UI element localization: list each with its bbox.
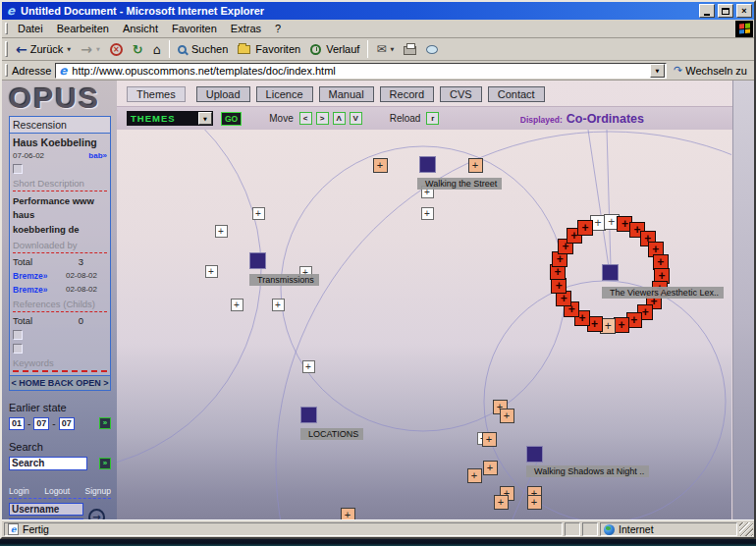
reference-checkbox[interactable] <box>13 344 23 354</box>
go-button[interactable]: GO <box>221 112 242 126</box>
mail-button[interactable] <box>371 39 399 59</box>
ring-plus-marker[interactable]: + <box>577 220 593 236</box>
refresh-button[interactable] <box>128 39 148 59</box>
move-down-button[interactable]: V <box>350 112 362 125</box>
back-dropdown-icon[interactable] <box>67 46 71 52</box>
tab-licence[interactable]: Licence <box>256 86 313 102</box>
tab-record[interactable]: Record <box>380 86 434 102</box>
map-node[interactable] <box>419 156 436 173</box>
maximize-button[interactable] <box>718 4 733 18</box>
map-node[interactable] <box>602 264 619 281</box>
plus-marker-white[interactable]: + <box>215 225 228 238</box>
forward-dropdown-icon[interactable] <box>96 46 100 52</box>
menu-item-favoriten[interactable]: Favoriten <box>165 21 224 36</box>
plus-marker-orange[interactable]: + <box>483 461 498 475</box>
ring-plus-marker[interactable]: + <box>614 317 629 333</box>
back-button[interactable]: Zurück <box>11 39 76 59</box>
plus-marker-orange[interactable]: + <box>468 158 483 173</box>
menu-item-bearbeiten[interactable]: Bearbeiten <box>50 21 116 36</box>
tab-upload[interactable]: Upload <box>196 86 250 102</box>
plus-marker-orange[interactable]: + <box>494 495 509 510</box>
menu-item-help[interactable]: ? <box>268 21 288 36</box>
plus-marker-orange[interactable]: + <box>527 495 542 510</box>
dropdown-arrow-icon[interactable]: ▼ <box>198 112 212 125</box>
go-to-button[interactable]: Wechseln zu <box>667 64 754 77</box>
plus-marker-orange[interactable]: + <box>341 508 355 520</box>
plus-marker-orange[interactable]: + <box>482 432 497 447</box>
minimize-button[interactable] <box>699 4 715 18</box>
home-button[interactable] <box>148 39 166 59</box>
resize-grip[interactable] <box>739 522 753 536</box>
tab-cvs[interactable]: CVS <box>440 86 482 102</box>
earlier-state-input-1[interactable] <box>33 417 49 430</box>
addressbar-grip[interactable] <box>5 64 8 77</box>
home-back-open-bar[interactable]: < HOME BACK OPEN > <box>10 375 110 390</box>
login-link[interactable]: Login <box>9 486 29 496</box>
menu-item-ansicht[interactable]: Ansicht <box>116 21 165 36</box>
reference-checkbox[interactable] <box>13 330 23 340</box>
earlier-state-input-0[interactable] <box>9 417 25 430</box>
menubar-grip[interactable] <box>5 23 8 35</box>
plus-marker-white[interactable]: + <box>205 265 218 278</box>
plus-marker-orange[interactable]: + <box>467 468 482 483</box>
sidebar: OPUS Rescension Haus Koebbeling 07-06-02… <box>2 81 117 519</box>
ring-plus-marker-salmon[interactable]: + <box>600 318 616 334</box>
menu-items: DateiBearbeitenAnsichtFavoritenExtras? <box>11 21 288 36</box>
record-checkbox[interactable] <box>13 164 23 174</box>
history-button[interactable]: Verlauf <box>305 39 364 59</box>
go-to-label: Wechseln zu <box>685 65 747 77</box>
address-input[interactable] <box>72 65 647 77</box>
search-button[interactable]: Suchen <box>173 39 233 59</box>
signup-link[interactable]: Signup <box>85 486 111 496</box>
title-bar[interactable]: e Untitled Document - Microsoft Internet… <box>2 2 754 20</box>
menu-item-extras[interactable]: Extras <box>224 21 268 36</box>
password-input[interactable] <box>9 519 83 519</box>
plus-marker-white[interactable]: + <box>272 299 285 311</box>
stop-button[interactable] <box>105 39 128 59</box>
ring-plus-marker[interactable]: + <box>550 264 566 280</box>
address-bar: Adresse e ▼ Wechseln zu <box>2 61 754 81</box>
map-node-label: LOCATIONS <box>300 428 363 440</box>
map-node[interactable] <box>249 252 266 269</box>
themes-dropdown[interactable]: THEMES ▼ <box>127 111 213 126</box>
ie-icon: e <box>4 4 18 18</box>
plus-marker-orange[interactable]: + <box>373 158 388 173</box>
earlier-state-go-button[interactable]: » <box>99 417 111 429</box>
plus-marker-white[interactable]: + <box>252 207 265 220</box>
print-button[interactable] <box>399 39 421 59</box>
search-go-button[interactable]: » <box>99 458 111 469</box>
status-pane <box>565 522 580 536</box>
login-submit-button[interactable]: → <box>88 509 105 519</box>
address-dropdown-icon[interactable]: ▼ <box>650 64 665 78</box>
move-right-button[interactable]: > <box>316 112 329 125</box>
mail-dropdown-icon[interactable] <box>390 46 394 52</box>
description-line: koebberling de <box>13 223 107 237</box>
search-input[interactable] <box>9 457 87 470</box>
map-node[interactable] <box>300 407 317 423</box>
move-left-button[interactable]: < <box>299 112 312 125</box>
tab-contact[interactable]: Contact <box>488 86 545 102</box>
plus-marker-orange[interactable]: + <box>500 409 514 423</box>
ring-plus-marker[interactable]: + <box>551 278 567 294</box>
close-button[interactable]: × <box>736 4 752 18</box>
download-user-link[interactable]: Bremze» <box>13 271 47 281</box>
menu-item-datei[interactable]: Datei <box>11 21 50 36</box>
forward-button[interactable] <box>76 39 105 59</box>
discuss-button[interactable] <box>421 39 443 59</box>
toolbar-grip[interactable] <box>5 41 8 56</box>
reload-button[interactable]: r <box>426 112 439 125</box>
favorites-button[interactable]: Favoriten <box>233 39 305 59</box>
earlier-state-input-2[interactable] <box>59 417 75 430</box>
username-input[interactable] <box>9 503 83 516</box>
download-user-link[interactable]: Bremze» <box>13 285 47 295</box>
plus-marker-white[interactable]: + <box>302 360 315 373</box>
tab-manual[interactable]: Manual <box>319 86 374 102</box>
tab-themes[interactable]: Themes <box>127 86 186 102</box>
plus-marker-white[interactable]: + <box>231 299 243 311</box>
map-node[interactable] <box>526 446 543 463</box>
record-link[interactable]: bab» <box>88 151 107 160</box>
logout-link[interactable]: Logout <box>44 486 70 496</box>
desktop-edge-strip <box>0 539 756 546</box>
plus-marker-white[interactable]: + <box>421 207 434 220</box>
move-up-button[interactable]: Λ <box>333 112 346 125</box>
